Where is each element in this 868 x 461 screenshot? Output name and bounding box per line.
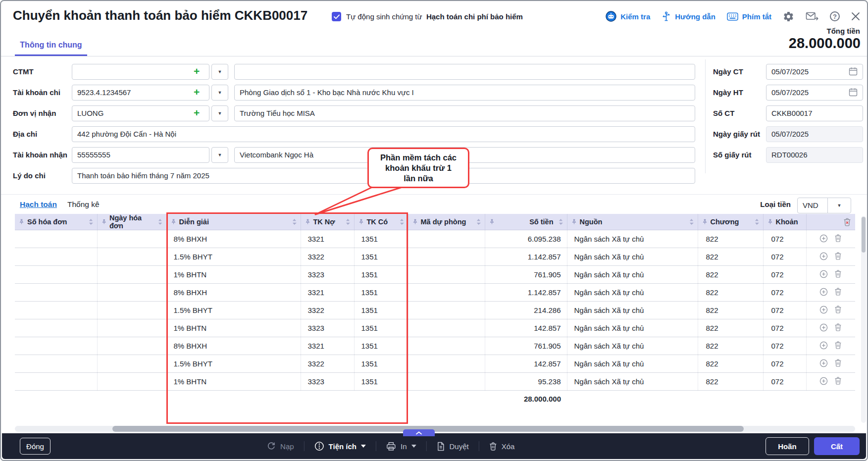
add-row-button[interactable]: [819, 377, 828, 385]
guide-link[interactable]: Hướng dẫn: [662, 11, 715, 21]
save-button[interactable]: Cất: [814, 437, 860, 455]
col-ngay-hoa-don[interactable]: Ngày hóa đơn: [97, 214, 166, 230]
table-row[interactable]: 1.5% BHYT 3322 1351 142.857 Ngân sách Xã…: [15, 355, 855, 373]
don-vi-nhan-input[interactable]: LUONG: [72, 105, 209, 121]
col-so-hoa-don[interactable]: Số hóa đơn: [15, 214, 97, 230]
table-row[interactable]: 1% BHTN 3323 1351 142.857 Ngân sách Xã t…: [15, 319, 855, 337]
add-row-button[interactable]: [819, 270, 828, 278]
sort-icon[interactable]: [400, 219, 404, 225]
settings-button[interactable]: [783, 11, 794, 22]
sort-icon[interactable]: [476, 219, 481, 225]
cell-tk-co: 1351: [354, 284, 408, 302]
delete-row-button[interactable]: [834, 252, 842, 260]
sort-icon[interactable]: [346, 219, 350, 225]
table-row[interactable]: 8% BHXH 3321 1351 761.905 Ngân sách Xã t…: [15, 337, 855, 355]
add-row-button[interactable]: [819, 234, 828, 243]
table-row[interactable]: 1.5% BHYT 3322 1351 214.286 Ngân sách Xã…: [15, 302, 855, 319]
reload-button[interactable]: Nạp: [267, 442, 294, 451]
shortcut-link[interactable]: Phím tắt: [727, 12, 771, 21]
ngay-ct-label: Ngày CT: [713, 64, 743, 80]
delete-all-icon[interactable]: [843, 218, 851, 226]
cell-ngay-hoa-don: [97, 355, 166, 373]
add-row-button[interactable]: [819, 306, 828, 314]
calendar-icon[interactable]: [849, 67, 863, 78]
feedback-button[interactable]: [806, 11, 818, 22]
table-row[interactable]: 1% BHTN 3323 1351 761.905 Ngân sách Xã t…: [15, 266, 855, 284]
help-button[interactable]: ?: [830, 11, 840, 21]
add-row-button[interactable]: [819, 341, 828, 350]
check-link[interactable]: Kiểm tra: [606, 11, 650, 22]
add-row-button[interactable]: [819, 359, 828, 367]
pin-icon[interactable]: [305, 219, 310, 225]
delete-row-button[interactable]: [834, 288, 842, 296]
pin-icon[interactable]: [767, 219, 773, 225]
pin-icon[interactable]: [412, 219, 418, 225]
pin-icon[interactable]: [489, 219, 495, 225]
delete-row-button[interactable]: [834, 323, 842, 331]
tai-khoan-chi-input[interactable]: 9523.4.1234567: [72, 85, 209, 101]
delete-row-button[interactable]: [834, 377, 842, 385]
print-button[interactable]: In: [386, 442, 416, 451]
don-vi-nhan-name-input[interactable]: Trường Tiểu học MISA: [234, 105, 695, 121]
tai-khoan-nhan-dropdown[interactable]: ▼: [211, 147, 228, 163]
cell-so-hoa-don: [15, 319, 97, 337]
postpone-button[interactable]: Hoãn: [766, 437, 809, 455]
sort-icon[interactable]: [292, 219, 297, 225]
pin-icon[interactable]: [571, 219, 577, 225]
delete-button[interactable]: Xóa: [489, 442, 515, 451]
delete-row-button[interactable]: [834, 306, 842, 313]
col-so-tien[interactable]: Số tiền: [485, 214, 567, 230]
ctmt-input[interactable]: [72, 64, 209, 80]
add-row-button[interactable]: [819, 323, 828, 332]
tai-khoan-chi-dropdown[interactable]: ▼: [211, 85, 228, 101]
tab-thong-tin-chung[interactable]: Thông tin chung: [15, 41, 87, 56]
tai-khoan-chi-name-input[interactable]: Phòng Giao dịch số 1 - Kho bạc Nhà nước …: [234, 85, 695, 101]
utilities-button[interactable]: Tiện ích: [314, 441, 366, 451]
delete-row-button[interactable]: [834, 270, 842, 278]
cell-dien-giai: 1.5% BHYT: [166, 355, 301, 373]
table-row[interactable]: 8% BHXH 3321 1351 1.142.857 Ngân sách Xã…: [15, 284, 855, 302]
printer-icon: [386, 442, 396, 451]
horizontal-scrollbar[interactable]: [15, 426, 855, 432]
dia-chi-input[interactable]: 442 phường Đội Cấn - Hà Nội: [72, 126, 695, 142]
approve-button[interactable]: Duyệt: [437, 442, 469, 451]
ctmt-name-input[interactable]: [234, 64, 695, 80]
table-row[interactable]: 8% BHXH 3321 1351 6.095.238 Ngân sách Xã…: [15, 230, 855, 248]
tai-khoan-nhan-input[interactable]: 55555555: [72, 147, 209, 163]
close-button[interactable]: [851, 12, 860, 21]
col-dien-giai[interactable]: Diễn giải: [166, 214, 301, 230]
pin-icon[interactable]: [19, 219, 24, 225]
delete-row-button[interactable]: [834, 359, 842, 367]
currency-dropdown[interactable]: ▼: [827, 198, 851, 213]
table-row[interactable]: 1% BHTN 3323 1351 95.238 Ngân sách Xã tự…: [15, 373, 855, 391]
delete-row-button[interactable]: [834, 341, 842, 349]
close-form-button[interactable]: Đóng: [20, 438, 51, 455]
tab-thong-ke[interactable]: Thống kê: [67, 200, 100, 209]
delete-row-button[interactable]: [834, 234, 842, 242]
pin-icon[interactable]: [171, 219, 176, 225]
sort-icon[interactable]: [158, 219, 162, 225]
pin-icon[interactable]: [358, 219, 364, 225]
pin-icon[interactable]: [102, 219, 106, 225]
collapse-panel-handle[interactable]: [403, 429, 435, 436]
table-row[interactable]: 1.5% BHYT 3322 1351 1.142.857 Ngân sách …: [15, 248, 855, 266]
ctmt-dropdown[interactable]: ▼: [211, 64, 228, 80]
sort-icon[interactable]: [89, 219, 93, 225]
sort-icon[interactable]: [755, 219, 759, 225]
calendar-icon[interactable]: [849, 88, 863, 99]
sort-icon[interactable]: [559, 219, 563, 225]
vertical-scrollbar[interactable]: [861, 216, 866, 423]
col-nguon[interactable]: Nguồn: [567, 214, 698, 230]
col-khoan[interactable]: Khoản: [763, 214, 806, 230]
pin-icon[interactable]: [702, 219, 708, 225]
don-vi-nhan-dropdown[interactable]: ▼: [211, 105, 228, 121]
so-ct-input[interactable]: CKKB00017: [766, 105, 863, 121]
currency-select[interactable]: VND: [797, 198, 828, 213]
col-chuong[interactable]: Chương: [698, 214, 763, 230]
vertical-scrollbar-thumb[interactable]: [862, 217, 866, 253]
tab-hach-toan[interactable]: Hạch toán: [20, 200, 57, 209]
auto-generate-checkbox[interactable]: [332, 12, 341, 21]
add-row-button[interactable]: [819, 288, 828, 296]
sort-icon[interactable]: [689, 219, 694, 225]
add-row-button[interactable]: [819, 252, 828, 260]
